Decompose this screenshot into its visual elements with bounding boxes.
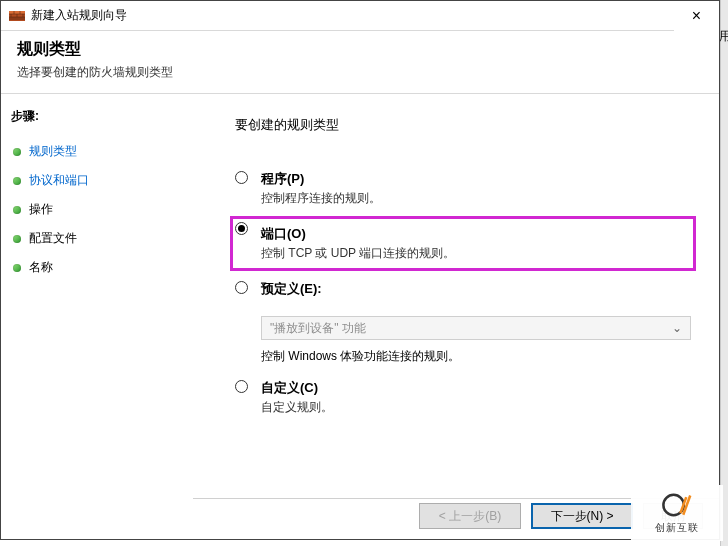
next-button[interactable]: 下一步(N) > bbox=[531, 503, 633, 529]
radio-port[interactable] bbox=[235, 222, 248, 235]
svg-rect-1 bbox=[9, 11, 25, 14]
content-prompt: 要创建的规则类型 bbox=[235, 116, 691, 134]
cancel-button[interactable]: 取消 bbox=[643, 503, 703, 529]
predefined-select-value: "播放到设备" 功能 bbox=[270, 320, 366, 337]
wizard-window: 新建入站规则向导 × 规则类型 选择要创建的防火墙规则类型 步骤: 规则类型 协… bbox=[0, 0, 720, 540]
step-protocol-port[interactable]: 协议和端口 bbox=[11, 166, 179, 195]
step-name[interactable]: 名称 bbox=[11, 253, 179, 282]
svg-rect-2 bbox=[9, 17, 25, 20]
option-custom[interactable]: 自定义(C) 自定义规则。 bbox=[235, 379, 691, 416]
option-title: 程序(P) bbox=[261, 170, 691, 188]
step-label: 操作 bbox=[29, 201, 53, 218]
bullet-icon bbox=[13, 235, 21, 243]
step-link[interactable]: 协议和端口 bbox=[29, 172, 89, 189]
step-action[interactable]: 操作 bbox=[11, 195, 179, 224]
rule-type-options: 程序(P) 控制程序连接的规则。 端口(O) 控制 TCP 或 UDP 端口连接… bbox=[235, 170, 691, 416]
steps-heading: 步骤: bbox=[11, 108, 179, 125]
bullet-icon bbox=[13, 177, 21, 185]
step-list: 规则类型 协议和端口 操作 配置文件 名称 bbox=[11, 137, 179, 282]
firewall-icon bbox=[9, 8, 25, 24]
bullet-icon bbox=[13, 206, 21, 214]
close-button[interactable]: × bbox=[674, 1, 719, 31]
option-desc: 控制程序连接的规则。 bbox=[261, 190, 691, 207]
option-desc: 自定义规则。 bbox=[261, 399, 691, 416]
option-title: 端口(O) bbox=[261, 225, 685, 243]
page-title: 规则类型 bbox=[17, 39, 703, 60]
titlebar: 新建入站规则向导 × bbox=[1, 1, 719, 31]
bullet-icon bbox=[13, 148, 21, 156]
wizard-footer: < 上一步(B) 下一步(N) > 取消 bbox=[419, 503, 703, 529]
bullet-icon bbox=[13, 264, 21, 272]
option-desc: 控制 TCP 或 UDP 端口连接的规则。 bbox=[261, 245, 685, 262]
step-link[interactable]: 规则类型 bbox=[29, 143, 77, 160]
option-program[interactable]: 程序(P) 控制程序连接的规则。 bbox=[235, 170, 691, 207]
footer-divider bbox=[193, 498, 719, 499]
step-label: 配置文件 bbox=[29, 230, 77, 247]
steps-sidebar: 步骤: 规则类型 协议和端口 操作 配置文件 bbox=[1, 94, 189, 512]
wizard-body: 步骤: 规则类型 协议和端口 操作 配置文件 bbox=[1, 94, 719, 512]
radio-custom[interactable] bbox=[235, 380, 248, 393]
option-title: 自定义(C) bbox=[261, 379, 691, 397]
option-predefined[interactable]: 预定义(E): bbox=[235, 280, 691, 298]
predefined-select[interactable]: "播放到设备" 功能 ⌄ bbox=[261, 316, 691, 340]
radio-predefined[interactable] bbox=[235, 281, 248, 294]
parent-window-edge: 用 bbox=[720, 0, 728, 546]
option-title: 预定义(E): bbox=[261, 280, 691, 298]
option-desc: 控制 Windows 体验功能连接的规则。 bbox=[261, 348, 691, 365]
option-port[interactable]: 端口(O) 控制 TCP 或 UDP 端口连接的规则。 bbox=[235, 221, 691, 266]
back-button: < 上一步(B) bbox=[419, 503, 521, 529]
page-subtitle: 选择要创建的防火墙规则类型 bbox=[17, 64, 703, 81]
step-label: 名称 bbox=[29, 259, 53, 276]
wizard-header: 规则类型 选择要创建的防火墙规则类型 bbox=[1, 31, 719, 94]
radio-program[interactable] bbox=[235, 171, 248, 184]
window-title: 新建入站规则向导 bbox=[31, 7, 674, 24]
chevron-down-icon: ⌄ bbox=[672, 321, 682, 335]
backdrop-char: 用 bbox=[719, 28, 728, 45]
step-rule-type[interactable]: 规则类型 bbox=[11, 137, 179, 166]
wizard-content: 要创建的规则类型 程序(P) 控制程序连接的规则。 端口(O) 控制 TCP 或… bbox=[189, 94, 719, 512]
step-profile[interactable]: 配置文件 bbox=[11, 224, 179, 253]
